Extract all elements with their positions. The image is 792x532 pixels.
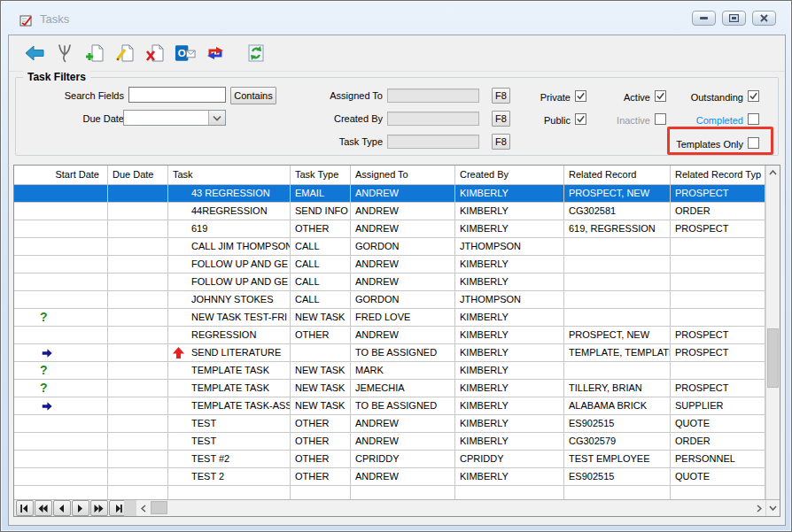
table-row[interactable]: 43 REGRESSIONEMAILANDREWKIMBERLYPROSPECT…: [14, 185, 765, 203]
task-type-label: Task Type: [246, 134, 383, 150]
cell-start_date: ?: [14, 380, 108, 397]
check-icon: [749, 91, 758, 101]
chevron-left-icon: [141, 505, 146, 513]
sync-button[interactable]: [205, 42, 226, 64]
vertical-scrollbar[interactable]: [765, 166, 780, 499]
created-by-field[interactable]: [387, 112, 479, 126]
refresh-button[interactable]: [245, 42, 267, 64]
task-text: TEST: [191, 418, 216, 428]
nav-previous-button[interactable]: [53, 500, 71, 516]
cell-start_date: [14, 415, 108, 432]
completed-checkbox[interactable]: [748, 113, 759, 125]
table-row[interactable]: ?TEMPLATE TASKNEW TASKJEMECHIAKIMBERLYTI…: [14, 380, 765, 397]
table-row[interactable]: SEND LITERATURETO BE ASSIGNEDKIMBERLYTEM…: [14, 344, 765, 362]
cell-related_record: CG302579: [564, 433, 671, 450]
search-fields-input[interactable]: [128, 87, 226, 103]
table-row[interactable]: ?TEMPLATE TASKNEW TASKMARKKIMBERLY: [14, 362, 765, 380]
cell-task: FOLLOW UP AND GE: [168, 274, 291, 290]
refresh-icon: [247, 44, 265, 62]
delete-task-button[interactable]: [144, 42, 166, 64]
horizontal-scroll-thumb[interactable]: [151, 501, 167, 514]
cell-start_date: [14, 185, 108, 202]
vertical-scroll-thumb[interactable]: [767, 328, 779, 388]
nav-fast-rewind-button[interactable]: [35, 500, 52, 516]
back-button[interactable]: [24, 42, 45, 64]
outstanding-checkbox[interactable]: [748, 90, 759, 102]
cell-due_date: [108, 220, 168, 237]
assigned-to-field[interactable]: [387, 89, 479, 103]
task-text: CALL JIM THOMPSON: [191, 241, 291, 251]
cell-task: 44REGRESSION: [168, 203, 291, 220]
nav-fast-forward-button[interactable]: [90, 500, 108, 516]
scroll-down-button[interactable]: [765, 500, 780, 516]
templates-only-checkbox[interactable]: [748, 137, 759, 149]
table-row[interactable]: CALL JIM THOMPSONCALLGORDONJTHOMPSON: [14, 238, 765, 256]
nav-first-button[interactable]: [16, 500, 34, 516]
task-text: REGRESSION: [191, 329, 256, 340]
minimize-button[interactable]: [692, 11, 716, 26]
outlook-button[interactable]: O: [175, 42, 196, 64]
task-text: JOHNNY STOKES: [191, 294, 274, 305]
cell-due_date: [108, 185, 168, 202]
cell-due_date: [108, 451, 168, 467]
column-header-created_by[interactable]: Created By: [455, 166, 564, 184]
scroll-left-button[interactable]: [136, 500, 150, 516]
task-text: FOLLOW UP AND GE: [191, 258, 288, 269]
column-header-related_record[interactable]: Related Record: [564, 166, 671, 184]
titlebar[interactable]: Tasks: [1, 1, 791, 34]
column-header-start_date[interactable]: Start Date: [14, 166, 108, 184]
cell-related_record_type: PROSPECT: [671, 344, 765, 361]
table-row[interactable]: REGRESSIONOTHERANDREWKIMBERLYPROSPECT, N…: [14, 327, 765, 344]
cell-start_date: [14, 327, 108, 343]
scroll-up-button[interactable]: [766, 166, 780, 180]
cell-task_type: [291, 344, 351, 361]
column-header-related_record_type[interactable]: Related Record Typ: [671, 166, 765, 184]
maximize-button[interactable]: [722, 11, 746, 26]
table-row[interactable]: TEST #2OTHERCPRIDDYCPRIDDYTEST EMPLOYEEP…: [14, 451, 765, 468]
chevron-up-icon: [769, 170, 777, 175]
edit-task-button[interactable]: [114, 42, 136, 64]
table-row[interactable]: ?NEW TASK TEST-FRINEW TASKFRED LOVEKIMBE…: [14, 309, 765, 327]
horizontal-scrollbar[interactable]: [136, 500, 765, 516]
close-button[interactable]: [752, 11, 776, 26]
new-task-button[interactable]: [84, 42, 105, 64]
chevron-down-icon[interactable]: [208, 111, 225, 125]
due-date-select[interactable]: [123, 110, 226, 126]
table-row[interactable]: FOLLOW UP AND GECALLANDREWKIMBERLY: [14, 256, 765, 274]
cell-assigned_to: ANDREW: [351, 415, 455, 432]
scroll-right-button[interactable]: [752, 500, 765, 516]
table-row[interactable]: FOLLOW UP AND GECALLANDREWKIMBERLY: [14, 274, 765, 291]
maximize-icon: [729, 14, 739, 22]
table-row[interactable]: TEMPLATE TASK-ASSNEW TASKTO BE ASSIGNEDK…: [14, 397, 765, 415]
cell-due_date: [108, 274, 168, 290]
nav-next-button[interactable]: [72, 500, 89, 516]
link-records-button[interactable]: [54, 42, 75, 64]
table-row[interactable]: TESTOTHERANDREWKIMBERLYCG302579ORDER: [14, 433, 765, 451]
cell-task_type: EMAIL: [291, 185, 351, 202]
cell-task_type: OTHER: [291, 327, 351, 343]
cell-due_date: [108, 309, 168, 326]
last-icon: [113, 505, 123, 513]
task-text: NEW TASK TEST-FRI: [191, 312, 287, 322]
cell-task_type: OTHER: [291, 451, 351, 467]
cell-related_record_type: QUOTE: [671, 415, 765, 432]
task-type-field[interactable]: [387, 135, 479, 149]
cell-related_record: ES902515: [564, 415, 671, 432]
column-header-task[interactable]: Task: [168, 166, 291, 184]
assigned-arrow-icon: [41, 347, 53, 359]
table-row[interactable]: 619OTHERANDREWKIMBERLY619, REGRESSIONPRO…: [14, 220, 765, 238]
cell-due_date: [108, 362, 168, 379]
toolbar: O: [9, 35, 785, 72]
cell-task_type: CALL: [291, 256, 351, 273]
table-row[interactable]: JOHNNY STOKESCALLGORDONJTHOMPSON: [14, 291, 765, 309]
column-header-due_date[interactable]: Due Date: [108, 166, 168, 184]
table-row[interactable]: TEST 2OTHERANDREWKIMBERLYES902515QUOTE: [14, 468, 765, 486]
task-type-f8-button[interactable]: F8: [492, 134, 510, 150]
column-header-task_type[interactable]: Task Type: [291, 166, 351, 184]
cell-task_type: OTHER: [291, 468, 351, 485]
cell-related_record_type: SUPPLIER: [671, 397, 765, 414]
table-row[interactable]: TESTOTHERANDREWKIMBERLYES902515QUOTE: [14, 415, 765, 433]
table-row[interactable]: 44REGRESSIONSEND INFOANDREWKIMBERLYCG302…: [14, 203, 765, 220]
column-header-assigned_to[interactable]: Assigned To: [351, 166, 455, 184]
cell-task_type: OTHER: [291, 433, 351, 450]
